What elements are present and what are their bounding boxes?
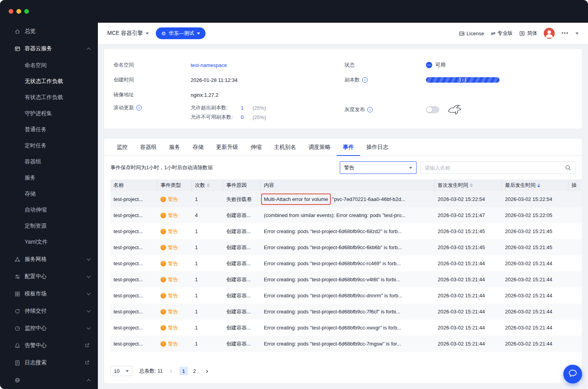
- sidebar-subitem[interactable]: 服务: [0, 170, 98, 186]
- tab[interactable]: 容器组: [134, 139, 163, 156]
- table-row[interactable]: test-project...!警告1创建容器...Error creating…: [110, 223, 582, 239]
- sidebar-item[interactable]: 总览: [0, 23, 98, 40]
- sidebar-subitem[interactable]: 自动伸缩: [0, 202, 98, 218]
- tab[interactable]: 主机别名: [268, 139, 302, 156]
- page-button[interactable]: 2: [190, 367, 199, 375]
- sidebar-subitem[interactable]: Yaml文件: [0, 234, 98, 250]
- license-icon: [459, 31, 465, 36]
- sidebar-subitem[interactable]: 定制资源: [0, 218, 98, 234]
- sort-icon[interactable]: [207, 183, 210, 187]
- event-reason: 创建容器...: [223, 340, 261, 347]
- event-name: test-project...: [110, 293, 157, 299]
- table-row[interactable]: test-project...!警告1创建容器...Error creating…: [110, 304, 582, 320]
- tab[interactable]: 存储: [186, 139, 210, 156]
- more-menu-button[interactable]: •••: [561, 31, 569, 36]
- sidebar-subitem[interactable]: 存储: [0, 186, 98, 202]
- event-name: test-project...: [110, 325, 157, 331]
- event-reason: 创建容器...: [223, 292, 261, 299]
- sidebar-subitem[interactable]: 定时任务: [0, 138, 98, 154]
- app-window: 总览容器云服务命名空间无状态工作负载有状态工作负载守护进程集普通任务定时任务容器…: [0, 0, 588, 389]
- namespace-link[interactable]: test-namespace: [191, 62, 227, 68]
- retention-note: 事件保存时间为1小时，1小时后自动清除数据: [110, 164, 213, 171]
- sort-icon[interactable]: [537, 183, 540, 187]
- table-row[interactable]: test-project...!警告1创建容器...Error creating…: [110, 336, 582, 352]
- table-row[interactable]: test-project...!警告1创建容器...Error creating…: [110, 320, 582, 336]
- column-header[interactable]: 最后发生时间: [502, 179, 568, 191]
- event-last-time: 2026-03-02 15:21:44: [502, 341, 568, 347]
- table-row[interactable]: test-project...!警告1创建容器...Error creating…: [110, 239, 582, 255]
- next-page-button[interactable]: ›: [203, 367, 211, 375]
- event-type-filter[interactable]: 警告: [340, 161, 417, 174]
- table-row[interactable]: test-project...!警告4创建容器...(combined from…: [110, 207, 582, 223]
- search-box: [420, 161, 575, 174]
- table-header: 名称事件类型次数事件原因内容首次发生时间最后发生时间操: [110, 179, 582, 191]
- event-count: 1: [192, 293, 223, 299]
- column-header[interactable]: 首次发生时间: [435, 179, 502, 191]
- event-content: Error creating: pods "test-project-6d68b…: [261, 244, 435, 250]
- event-name: test-project...: [110, 261, 157, 266]
- table-row[interactable]: test-project...!警告1失败挂载卷Multi-Attach err…: [110, 191, 582, 207]
- tab[interactable]: 更新升级: [210, 139, 244, 156]
- chat-icon: [568, 368, 578, 380]
- sidebar-item[interactable]: 持续交付: [0, 302, 98, 320]
- events-table: 名称事件类型次数事件原因内容首次发生时间最后发生时间操 test-project…: [110, 179, 582, 352]
- sidebar-item[interactable]: [0, 371, 98, 389]
- max-surge-percent: (25%): [253, 105, 266, 111]
- chat-fab[interactable]: [563, 365, 582, 384]
- sort-icon[interactable]: [470, 183, 473, 187]
- chevron-down-icon: [197, 33, 200, 34]
- info-icon[interactable]: i: [136, 105, 142, 110]
- event-first-time: 2026-03-02 15:21:47: [435, 212, 502, 218]
- container-icon: [14, 45, 20, 52]
- page-button[interactable]: 1: [179, 367, 188, 375]
- table-row[interactable]: test-project...!警告1创建容器...Error creating…: [110, 271, 582, 288]
- sidebar-subitem[interactable]: 普通任务: [0, 121, 98, 138]
- event-reason: 创建容器...: [223, 212, 261, 219]
- warning-icon: !: [161, 325, 166, 331]
- column-header[interactable]: 次数: [192, 179, 223, 191]
- sidebar-item[interactable]: 监控中心: [0, 320, 98, 337]
- info-icon[interactable]: i: [367, 107, 373, 112]
- zoom-button[interactable]: [24, 9, 29, 14]
- sidebar-subitem[interactable]: 命名空间: [0, 57, 98, 73]
- avatar[interactable]: [544, 28, 555, 39]
- image-value: nginx:1.27.2: [191, 92, 218, 98]
- sidebar-subitem[interactable]: 无状态工作负载: [0, 73, 98, 89]
- status-label: 状态: [345, 62, 426, 69]
- sidebar-subitem[interactable]: 守护进程集: [0, 105, 98, 121]
- sidebar-item[interactable]: 配置中心: [0, 268, 98, 285]
- prev-page-button[interactable]: ‹: [167, 367, 175, 375]
- tab[interactable]: 服务: [163, 139, 186, 156]
- table-row[interactable]: test-project...!警告1创建容器...Error creating…: [110, 255, 582, 271]
- info-icon[interactable]: i: [362, 77, 368, 83]
- tab[interactable]: 伸缩: [244, 139, 268, 156]
- gray-release-toggle[interactable]: [426, 106, 439, 113]
- search-icon[interactable]: [565, 165, 571, 171]
- sidebar-item[interactable]: 服务网格: [0, 251, 98, 268]
- edition-switch-button[interactable]: ⇌ 专业版: [491, 30, 513, 37]
- user-menu-chevron-icon[interactable]: [575, 33, 579, 34]
- sidebar-item[interactable]: 日志搜索: [0, 354, 98, 371]
- sidebar-subitem[interactable]: 有状态工作负载: [0, 89, 98, 105]
- page-size-select[interactable]: 10: [110, 366, 132, 376]
- sidebar-item[interactable]: 容器云服务: [0, 40, 98, 57]
- sidebar-subitem[interactable]: 容器组: [0, 154, 98, 170]
- status-running-icon: [426, 62, 432, 68]
- search-input[interactable]: [425, 165, 565, 171]
- sidebar-item[interactable]: 模板市场: [0, 285, 98, 302]
- license-button[interactable]: License: [459, 31, 484, 36]
- event-type: !警告: [157, 276, 192, 283]
- cluster-switcher[interactable]: ⚙ 华东—测试: [156, 27, 206, 39]
- minimize-button[interactable]: [16, 9, 21, 14]
- sidebar-item[interactable]: 告警中心: [0, 337, 98, 354]
- page-buttons: 12: [179, 367, 199, 375]
- tab[interactable]: 事件: [337, 139, 360, 156]
- event-last-time: 2026-03-02 15:21:45: [502, 228, 568, 234]
- product-switcher[interactable]: MCE 容器引擎: [107, 30, 149, 37]
- close-button[interactable]: [9, 9, 13, 14]
- tab[interactable]: 操作日志: [360, 139, 395, 156]
- tab[interactable]: 监控: [110, 139, 134, 156]
- table-row[interactable]: test-project...!警告1创建容器...Error creating…: [110, 288, 582, 304]
- language-button[interactable]: 简体: [519, 30, 537, 37]
- tab[interactable]: 调度策略: [302, 139, 337, 156]
